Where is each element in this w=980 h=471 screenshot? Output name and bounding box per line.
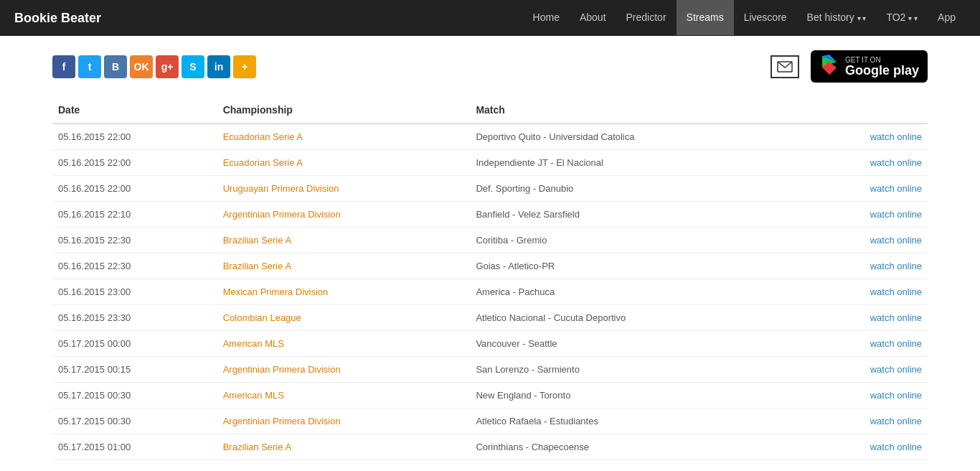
table-row: 05.17.2015 01:00Brazilian Serie ACorinth… [52,434,928,460]
ok-social-icon[interactable]: OK [130,55,153,78]
row-championship: Argentinian Primera Division [217,409,471,434]
championship-link[interactable]: Argentinian Primera Division [223,364,341,375]
row-watch-cell: watch online [804,150,928,176]
nav-links: HomeAboutPredictorStreamsLivescoreBet hi… [523,0,966,37]
nav-link-about[interactable]: About [570,0,616,35]
row-championship: Brazilian Serie A [217,228,471,253]
table-row: 05.17.2015 00:30Argentinian Primera Divi… [52,409,928,434]
row-championship: Ecuadorian Serie A [217,150,471,176]
vk-social-icon[interactable]: B [104,55,127,78]
row-date: 05.16.2015 22:10 [52,202,217,228]
table-row: 05.16.2015 23:30Colombian LeagueAtletico… [52,305,928,331]
row-match: Coritiba - Gremio [470,228,804,253]
more-social-icon[interactable]: + [233,55,256,78]
row-match: San Lorenzo - Sarmiento [470,357,804,383]
row-match: Def. Sporting - Danubio [470,176,804,202]
facebook-social-icon[interactable]: f [52,55,75,78]
nav-link-predictor[interactable]: Predictor [616,0,677,35]
social-bar: ftBOKg+Sin+ [52,50,928,83]
nav-link-to2[interactable]: TO2 ▾ [876,0,928,37]
table-row: 05.16.2015 22:30Brazilian Serie ACoritib… [52,228,928,253]
row-match: Atletico Nacional - Cucuta Deportivo [470,305,804,331]
championship-link[interactable]: Colombian League [223,312,301,323]
gplus-social-icon[interactable]: g+ [156,55,179,78]
gp-text: GET IT ON Google play [845,57,919,77]
championship-link[interactable]: American MLS [223,338,284,349]
row-match: New England - Toronto [470,383,804,409]
championship-link[interactable]: Ecuadorian Serie A [223,131,303,142]
right-actions: GET IT ON Google play [771,50,928,83]
row-championship: Brazilian Serie A [217,253,471,279]
row-match: Banfield - Velez Sarsfield [470,202,804,228]
content-area: ftBOKg+Sin+ [24,36,956,471]
watch-online-link[interactable]: watch online [870,131,922,142]
nav-link-home[interactable]: Home [523,0,570,35]
google-play-button[interactable]: GET IT ON Google play [811,50,928,83]
row-date: 05.17.2015 01:00 [52,434,217,460]
row-championship: Colombian League [217,305,471,331]
championship-link[interactable]: American MLS [223,390,284,401]
championship-link[interactable]: Brazilian Serie A [223,442,291,452]
championship-link[interactable]: Brazilian Serie A [223,235,291,246]
row-date: 05.16.2015 22:00 [52,123,217,150]
watch-online-link[interactable]: watch online [870,183,922,194]
row-match: Independiente JT - El Nacional [470,150,804,176]
watch-online-link[interactable]: watch online [870,261,922,271]
table-row: 05.16.2015 22:00Ecuadorian Serie ADeport… [52,123,928,150]
watch-online-link[interactable]: watch online [870,390,922,401]
row-match: Atletico Rafaela - Estudiantes [470,409,804,434]
championship-link[interactable]: Brazilian Serie A [223,261,291,271]
championship-link[interactable]: Argentinian Primera Division [223,416,341,426]
row-championship: Argentinian Primera Division [217,202,471,228]
row-date: 05.17.2015 00:30 [52,383,217,409]
row-date: 05.17.2015 00:30 [52,409,217,434]
col-date: Date [52,97,217,123]
row-championship: Uruguayan Primera Division [217,176,471,202]
championship-link[interactable]: Uruguayan Primera Division [223,183,339,194]
table-row: 05.16.2015 22:30Brazilian Serie AGoias -… [52,253,928,279]
championship-link[interactable]: Ecuadorian Serie A [223,157,303,168]
row-championship: Ecuadorian Serie A [217,123,471,150]
gp-logo-icon [819,55,839,78]
watch-online-link[interactable]: watch online [870,442,922,452]
linkedin-social-icon[interactable]: in [207,55,230,78]
row-watch-cell: watch online [804,409,928,434]
brand-link[interactable]: Bookie Beater [14,11,101,26]
row-date: 05.17.2015 00:15 [52,357,217,383]
nav-link-livescore[interactable]: Livescore [734,0,797,35]
row-championship: American MLS [217,331,471,357]
table-row: 05.17.2015 00:00American MLSVancouver - … [52,331,928,357]
row-date: 05.16.2015 22:30 [52,253,217,279]
nav-link-app[interactable]: App [928,0,966,35]
skype-social-icon[interactable]: S [182,55,204,78]
row-championship: American MLS [217,383,471,409]
row-date: 05.16.2015 22:00 [52,150,217,176]
watch-online-link[interactable]: watch online [870,157,922,168]
watch-online-link[interactable]: watch online [870,235,922,246]
row-match: Goias - Atletico-PR [470,253,804,279]
nav-link-streams[interactable]: Streams [677,0,734,35]
row-watch-cell: watch online [804,228,928,253]
watch-online-link[interactable]: watch online [870,364,922,375]
row-date: 05.16.2015 23:00 [52,279,217,305]
watch-online-link[interactable]: watch online [870,286,922,297]
row-watch-cell: watch online [804,383,928,409]
watch-online-link[interactable]: watch online [870,312,922,323]
gp-top-text: GET IT ON [845,57,919,64]
watch-online-link[interactable]: watch online [870,209,922,220]
twitter-social-icon[interactable]: t [78,55,101,78]
table-row: 05.17.2015 00:30American MLSNew England … [52,383,928,409]
table-row: 05.17.2015 00:15Argentinian Primera Divi… [52,357,928,383]
row-watch-cell: watch online [804,176,928,202]
table-row: 05.16.2015 22:10Argentinian Primera Divi… [52,202,928,228]
row-date: 05.16.2015 22:00 [52,176,217,202]
navbar: Bookie Beater HomeAboutPredictorStreamsL… [0,0,980,36]
nav-link-bet-history[interactable]: Bet history ▾ [797,0,877,37]
championship-link[interactable]: Argentinian Primera Division [223,209,341,220]
table-header: Date Championship Match [52,97,928,123]
watch-online-link[interactable]: watch online [870,416,922,426]
email-button[interactable] [771,55,799,78]
watch-online-link[interactable]: watch online [870,338,922,349]
table-row: 05.16.2015 23:00Mexican Primera Division… [52,279,928,305]
championship-link[interactable]: Mexican Primera Division [223,286,329,297]
